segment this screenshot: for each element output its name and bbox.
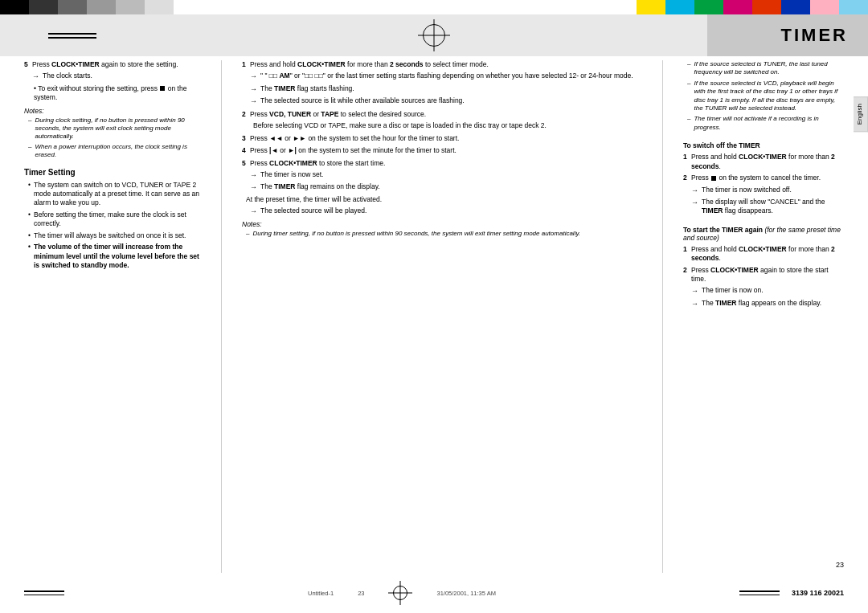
- timer-title-box: TIMER: [707, 14, 868, 56]
- footer-product-code: 3139 116 20021: [792, 589, 844, 597]
- start-arrow2: → The TIMER flag appears on the display.: [683, 299, 844, 309]
- mid-step-2-num: 2: [242, 110, 250, 118]
- left-column: 5 Press CLOCK•TIMER again to store the s…: [24, 60, 201, 573]
- bullet-2: • Before setting the timer, make sure th…: [24, 210, 201, 229]
- switch-step-1-row: 1 Press and hold CLOCK•TIMER for more th…: [683, 153, 844, 171]
- mid-s1-a3-text: The selected source is lit while other a…: [260, 96, 465, 105]
- switch-a2-text: The display will show "CANCEL" and the T…: [702, 198, 844, 216]
- bullet-4-text: The volume of the timer will increase fr…: [34, 243, 201, 270]
- switch-step-2-num: 2: [683, 174, 691, 182]
- dash-sym: –: [687, 115, 690, 132]
- mid-step-5-row: 5 Press CLOCK•TIMER to store the start t…: [242, 159, 642, 168]
- footer-date: 31/05/2001, 11:35 AM: [436, 590, 495, 597]
- page-title: TIMER: [781, 25, 848, 46]
- stop-icon: [160, 86, 165, 91]
- notes-label-mid: Notes:: [242, 220, 642, 228]
- magenta-bar: [723, 0, 752, 14]
- bullet-sym: •: [28, 231, 31, 240]
- mid-s5-arrow3: → The selected source will be played.: [242, 206, 642, 216]
- note-mid-1-text: During timer setting, if no button is pr…: [252, 230, 580, 238]
- switch-arrow2: → The display will show "CANCEL" and the…: [683, 198, 844, 216]
- footer-filename: Untitled-1: [308, 590, 334, 597]
- footer-line: [24, 595, 64, 596]
- footer: Untitled-1 23 31/05/2001, 11:35 AM 3139 …: [24, 581, 844, 605]
- right-dash-2-text: If the source selected is VCD, playback …: [694, 80, 844, 113]
- col-sep-2: [662, 60, 663, 573]
- right-dash-1: – If the source selected is TUNER, the l…: [687, 60, 844, 77]
- mid-step-3-text: Press ◄◄ or ►► on the system to set the …: [250, 134, 642, 143]
- bullet-sym: •: [28, 243, 31, 251]
- note-mid-1: – During timer setting, if no button is …: [246, 230, 642, 238]
- start-a1-text: The timer is now on.: [702, 286, 764, 295]
- start-again-heading: To start the TIMER again (for the same p…: [683, 226, 844, 242]
- crosshair-circle: [423, 24, 445, 47]
- mid-step-1-row: 1 Press and hold CLOCK•TIMER for more th…: [242, 60, 642, 69]
- mid-step-2-row: 2 Press VCD, TUNER or TAPE to select the…: [242, 110, 642, 119]
- exit-subitem: • To exit without storing the setting, p…: [24, 84, 201, 103]
- mid-s1-arrow2: → The TIMER flag starts flashing.: [242, 84, 642, 94]
- mid-step-3-row: 3 Press ◄◄ or ►► on the system to set th…: [242, 134, 642, 143]
- start-step-2-num: 2: [683, 266, 691, 274]
- yellow-bar: [637, 0, 665, 14]
- note-2-left: – When a power interruption occurs, the …: [28, 143, 201, 160]
- switch-arrow1: → The timer is now switched off.: [683, 186, 844, 195]
- step-5-arrow-text: The clock starts.: [43, 72, 92, 80]
- mid-s1-a1-text: " " □□ AM" or "□□ □□" or the last timer …: [260, 72, 633, 80]
- note-2-text: When a power interruption occurs, the cl…: [35, 143, 201, 160]
- left-color-bars: [0, 0, 434, 14]
- mid-step-1-num: 1: [242, 60, 250, 68]
- blue-bar: [781, 0, 810, 14]
- mid-s5-arrow2: → The TIMER flag remains on the display.: [242, 182, 642, 192]
- lightest-gray-bar: [145, 0, 174, 14]
- footer-crosshair-icon: [388, 581, 412, 605]
- arrow-icon: →: [250, 170, 257, 180]
- header-line: [48, 33, 96, 35]
- bullet-1: • The system can switch on to VCD, TUNER…: [24, 181, 201, 208]
- start-step-2-row: 2 Press CLOCK•TIMER again to store the s…: [683, 266, 844, 284]
- mid-step-4-text: Press |◄ or ►| on the system to set the …: [250, 146, 642, 155]
- arrow-icon: →: [250, 182, 257, 192]
- right-dash-1-text: If the source selected is TUNER, the las…: [694, 60, 844, 77]
- right-dash-3-text: The timer will not activate if a recordi…: [694, 115, 844, 132]
- switch-step-2-text: Press on the system to cancel the timer.: [691, 174, 844, 182]
- mid-s5-sub: At the preset time, the timer will be ac…: [242, 195, 642, 204]
- mid-step-1-text: Press and hold CLOCK•TIMER for more than…: [250, 60, 642, 69]
- red-bar: [752, 0, 781, 14]
- header-center: [96, 19, 772, 51]
- right-color-bars: [434, 0, 868, 14]
- start-step-1-row: 1 Press and hold CLOCK•TIMER for more th…: [683, 245, 844, 264]
- green-bar: [694, 0, 723, 14]
- bullet-1-text: The system can switch on to VCD, TUNER o…: [34, 181, 201, 208]
- lighter-gray-bar: [116, 0, 145, 14]
- arrow-icon: →: [691, 186, 698, 195]
- arrow-icon: →: [32, 72, 39, 81]
- arrow-icon: →: [691, 198, 698, 207]
- light-gray-bar: [87, 0, 116, 14]
- right-dash-3: – The timer will not activate if a recor…: [687, 115, 844, 132]
- footer-line: [739, 595, 780, 596]
- arrow-icon: →: [250, 96, 257, 106]
- crosshair-icon: [418, 19, 450, 51]
- start-step-2-text: Press CLOCK•TIMER again to store the sta…: [691, 266, 844, 284]
- footer-lines-left: [24, 591, 64, 595]
- step-5-arrow1: → The clock starts.: [24, 72, 201, 81]
- footer-line: [739, 591, 780, 592]
- start-again-section: To start the TIMER again (for the same p…: [683, 226, 844, 309]
- arrow-icon: →: [691, 299, 698, 309]
- footer-right-area: 3139 116 20021: [739, 589, 844, 597]
- bullet-3-text: The timer will always be switched on onc…: [34, 231, 186, 240]
- header-line: [48, 37, 96, 39]
- note-1-left: – During clock setting, if no button is …: [28, 116, 201, 141]
- footer-center-area: Untitled-1 23 31/05/2001, 11:35 AM: [308, 581, 496, 605]
- mid-s2-sub: Before selecting VCD or TAPE, make sure …: [242, 121, 642, 130]
- switch-step-2-row: 2 Press on the system to cancel the time…: [683, 174, 844, 182]
- black-bar: [0, 0, 29, 14]
- cyan-bar: [665, 0, 694, 14]
- english-tab: English: [854, 96, 868, 132]
- dash-sym: –: [28, 116, 31, 141]
- bullet-sym: •: [28, 210, 31, 219]
- mid-s1-a2-text: The TIMER flag starts flashing.: [260, 84, 354, 93]
- mid-s5-a2-text: The TIMER flag remains on the display.: [260, 182, 380, 191]
- dash-sym: –: [687, 60, 690, 77]
- dash-sym: –: [28, 143, 31, 160]
